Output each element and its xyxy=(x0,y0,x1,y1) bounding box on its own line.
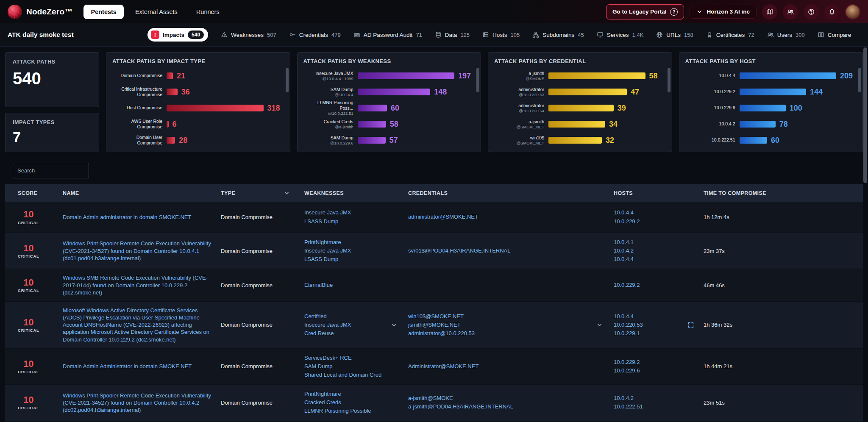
column-header-type[interactable]: TYPE xyxy=(221,190,304,196)
impact-name-link[interactable]: Windows SMB Remote Code Execution Vulner… xyxy=(63,274,212,296)
host-link[interactable]: 10.0.229.6 xyxy=(614,366,695,375)
host-link[interactable]: 10.0.229.2 xyxy=(614,217,695,226)
host-link[interactable]: 10.0.229.1 xyxy=(614,329,695,338)
host-link[interactable]: 10.0.4.2 xyxy=(614,394,695,403)
weakness-link[interactable]: Certifried xyxy=(304,312,400,321)
credential-link[interactable]: svr01$@POD04.H3AIRANGE.INTERNAL xyxy=(408,247,605,255)
host-link[interactable]: 10.0.220.53 xyxy=(614,321,695,329)
credential-link[interactable]: a-jsmith@SMOKE xyxy=(408,394,605,403)
nav-item-external-assets[interactable]: External Assets xyxy=(128,5,185,19)
credential-link[interactable]: administrator@10.0.220.53 xyxy=(408,329,605,338)
bar[interactable] xyxy=(548,89,627,95)
tab-compare[interactable]: Compare xyxy=(818,31,851,38)
chart-scrollbar[interactable] xyxy=(286,68,289,92)
bar[interactable] xyxy=(167,72,173,79)
host-link[interactable]: 10.0.4.4 xyxy=(614,312,695,321)
credential-link[interactable]: a-jsmith@POD04.H3AIRANGE.INTERNAL xyxy=(408,403,605,411)
bar[interactable] xyxy=(740,72,837,79)
bar[interactable] xyxy=(548,105,614,111)
tab-hosts[interactable]: Hosts105 xyxy=(482,31,520,38)
bar[interactable] xyxy=(167,105,264,111)
weakness-link[interactable]: Cracked Creds xyxy=(304,398,400,407)
weakness-link[interactable]: Insecure Java JMX xyxy=(304,321,400,329)
chart-scrollbar[interactable] xyxy=(858,68,861,92)
column-header-score[interactable]: SCORE xyxy=(5,190,63,196)
community-button[interactable] xyxy=(783,4,798,19)
legacy-portal-button[interactable]: Go to Legacy Portal ? xyxy=(606,4,684,19)
credential-link[interactable]: Administrator@SMOKE.NET xyxy=(408,362,605,371)
bar[interactable] xyxy=(548,72,645,79)
weakness-link[interactable]: Shared Local and Domain Cred xyxy=(304,371,400,379)
impact-name-link[interactable]: Domain Admin Administrator in domain SMO… xyxy=(63,363,212,370)
tab-urls[interactable]: URLs158 xyxy=(656,31,693,38)
credential-link[interactable]: jsmith@SMOKE.NET xyxy=(408,321,605,329)
weakness-link[interactable]: Cred Reuse xyxy=(304,329,400,338)
tab-services[interactable]: Services1.4K xyxy=(597,31,644,38)
bar[interactable] xyxy=(358,105,387,111)
bar[interactable] xyxy=(358,72,455,79)
column-header-credentials[interactable]: CREDENTIALS xyxy=(408,190,614,196)
weakness-link[interactable]: LSASS Dump xyxy=(304,255,400,264)
bar[interactable] xyxy=(167,89,178,95)
host-link[interactable]: 10.0.4.1 xyxy=(614,238,695,247)
weakness-link[interactable]: PrintNightmare xyxy=(304,238,400,247)
chart-scrollbar[interactable] xyxy=(476,68,479,92)
bar[interactable] xyxy=(358,137,386,144)
bar[interactable] xyxy=(740,121,776,128)
impact-name-link[interactable]: Windows Print Spooler Remote Code Execut… xyxy=(63,392,212,414)
host-link[interactable]: 10.0.4.4 xyxy=(614,255,695,264)
host-link[interactable]: 10.0.4.2 xyxy=(614,247,695,255)
page-scrollbar-thumb[interactable] xyxy=(863,47,867,183)
nav-item-pentests[interactable]: Pentests xyxy=(83,5,123,19)
search-box[interactable] xyxy=(13,163,89,178)
bar[interactable] xyxy=(740,137,768,144)
tab-credentials[interactable]: Credentials479 xyxy=(289,31,341,38)
tab-data[interactable]: Data125 xyxy=(435,31,470,38)
org-selector[interactable]: Horizon 3 AI inc xyxy=(690,5,757,19)
column-header-hosts[interactable]: HOSTS xyxy=(614,190,704,196)
column-header-time-to-compromise[interactable]: TIME TO COMPROMISE xyxy=(704,190,863,196)
page-scrollbar[interactable] xyxy=(863,47,867,419)
weakness-link[interactable]: LSASS Dump xyxy=(304,217,400,226)
map-button[interactable] xyxy=(762,4,777,19)
avatar[interactable] xyxy=(845,4,860,19)
credential-link[interactable]: win10$@SMOKE.NET xyxy=(408,312,605,321)
help-button[interactable] xyxy=(804,4,819,19)
impact-name-link[interactable]: Windows Print Spooler Remote Code Execut… xyxy=(63,240,212,261)
impact-name-link[interactable]: Microsoft Windows Active Directory Certi… xyxy=(63,307,212,343)
weakness-link[interactable]: PrintNightmare xyxy=(304,390,400,398)
bar[interactable] xyxy=(358,89,431,95)
tab-subdomains[interactable]: Subdomains45 xyxy=(532,31,584,38)
notifications-button[interactable] xyxy=(824,4,840,19)
weakness-link[interactable]: ServiceDesk+ RCE xyxy=(304,354,400,362)
impact-name-link[interactable]: Domain Admin administrator in domain SMO… xyxy=(63,214,212,221)
host-link[interactable]: 10.0.222.51 xyxy=(614,403,695,411)
bar[interactable] xyxy=(548,121,605,128)
column-header-weaknesses[interactable]: WEAKNESSES xyxy=(304,190,408,196)
bar[interactable] xyxy=(167,137,175,144)
bar[interactable] xyxy=(167,121,169,128)
host-link[interactable]: 10.0.229.2 xyxy=(614,281,695,289)
host-link[interactable]: 10.0.229.2 xyxy=(614,358,695,366)
tab-impacts[interactable]: !Impacts540 xyxy=(147,28,208,42)
bar[interactable] xyxy=(548,137,602,144)
expand-row-button[interactable] xyxy=(687,322,694,328)
nav-item-runners[interactable]: Runners xyxy=(189,5,227,19)
host-link[interactable]: 10.0.4.4 xyxy=(614,208,695,217)
weakness-link[interactable]: EternalBlue xyxy=(304,281,400,289)
weakness-link[interactable]: SAM Dump xyxy=(304,362,400,371)
tab-ad-password-audit[interactable]: AD Password Audit71 xyxy=(353,31,422,38)
bar[interactable] xyxy=(358,121,386,128)
bar[interactable] xyxy=(740,89,806,95)
tab-users[interactable]: Users300 xyxy=(767,31,805,38)
bar[interactable] xyxy=(740,105,786,111)
tab-certificates[interactable]: Certificates72 xyxy=(706,31,754,38)
weakness-link[interactable]: LLMNR Poisoning Possible xyxy=(304,407,400,415)
chart-scrollbar[interactable] xyxy=(668,68,670,92)
credential-link[interactable]: administrator@SMOKE.NET xyxy=(408,213,605,221)
weakness-link[interactable]: Insecure Java JMX xyxy=(304,208,400,217)
search-input[interactable] xyxy=(17,167,84,174)
weakness-link[interactable]: Insecure Java JMX xyxy=(304,247,400,255)
tab-weaknesses[interactable]: Weaknesses507 xyxy=(221,31,276,38)
column-header-name[interactable]: NAME xyxy=(63,190,221,196)
